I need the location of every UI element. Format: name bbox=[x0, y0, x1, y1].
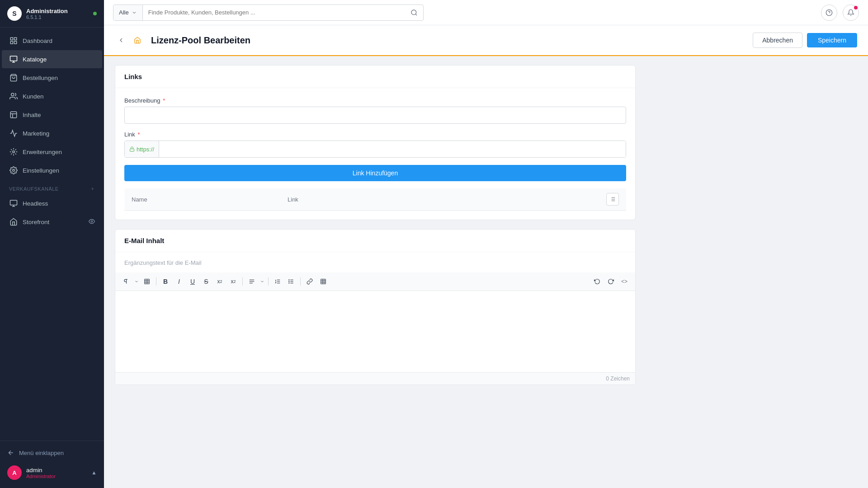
search-submit-button[interactable] bbox=[405, 9, 423, 16]
toolbar-undo-button[interactable] bbox=[591, 275, 604, 288]
toolbar-bold-button[interactable]: B bbox=[159, 275, 172, 288]
sidebar-item-label: Erweiterungen bbox=[23, 149, 62, 155]
sidebar-item-kunden[interactable]: Kunden bbox=[2, 87, 102, 105]
col-name-header: Name bbox=[124, 188, 280, 211]
toolbar-underline-button[interactable]: U bbox=[186, 275, 199, 288]
toolbar-subscript-button[interactable]: x2 bbox=[227, 275, 240, 288]
svg-rect-10 bbox=[10, 200, 17, 205]
description-group: Beschreibung * bbox=[124, 97, 626, 124]
lock-icon bbox=[129, 146, 135, 152]
toolbar-table-button[interactable] bbox=[317, 275, 330, 288]
sidebar-item-bestellungen[interactable]: Bestellungen bbox=[2, 69, 102, 87]
svg-rect-7 bbox=[10, 112, 17, 118]
page-title: Lizenz-Pool Bearbeiten bbox=[151, 35, 753, 46]
svg-rect-36 bbox=[321, 279, 326, 284]
sidebar-item-erweiterungen[interactable]: Erweiterungen bbox=[2, 143, 102, 161]
search-input[interactable] bbox=[143, 9, 405, 16]
svg-rect-16 bbox=[130, 149, 134, 152]
bestellungen-icon bbox=[9, 73, 18, 82]
breadcrumb-home-button[interactable] bbox=[131, 34, 144, 47]
search-category-dropdown[interactable]: Alle bbox=[113, 5, 143, 20]
toolbar-paragraph-dropdown-button[interactable] bbox=[133, 275, 140, 288]
toolbar-grid-button[interactable] bbox=[141, 275, 153, 288]
toolbar-unordered-list-button[interactable] bbox=[285, 275, 297, 288]
grid-icon bbox=[144, 278, 150, 285]
status-dot bbox=[93, 12, 97, 15]
help-button[interactable] bbox=[821, 5, 837, 21]
toolbar-sep-4 bbox=[300, 277, 301, 286]
email-card: E-Mail Inhalt Ergänzungstext für die E-M… bbox=[115, 229, 636, 385]
sidebar-item-label: Bestellungen bbox=[23, 75, 58, 81]
katalog-icon bbox=[9, 55, 18, 64]
eye-icon bbox=[89, 218, 95, 226]
toolbar-italic-button[interactable]: I bbox=[173, 275, 185, 288]
toolbar-align-button[interactable] bbox=[245, 275, 258, 288]
add-link-button[interactable]: Link Hinzufügen bbox=[124, 165, 626, 181]
inhalte-icon bbox=[9, 110, 18, 119]
sidebar-item-kataloge[interactable]: Kataloge bbox=[2, 50, 102, 68]
topbar: Alle bbox=[104, 0, 868, 25]
email-editor[interactable] bbox=[115, 291, 635, 372]
sidebar-item-label: Headless bbox=[23, 200, 48, 207]
sidebar-item-storefront[interactable]: Storefront bbox=[2, 213, 102, 231]
erweiterungen-icon bbox=[9, 147, 18, 156]
app-info: Administration 6.5.1.1 bbox=[26, 8, 89, 20]
toolbar-align-dropdown-button[interactable] bbox=[259, 275, 265, 288]
einstellungen-icon bbox=[9, 166, 18, 175]
links-card-title: Links bbox=[124, 73, 626, 80]
sidebar-item-dashboard[interactable]: Dashboard bbox=[2, 32, 102, 50]
sidebar-item-einstellungen[interactable]: Einstellungen bbox=[2, 161, 102, 179]
link-input[interactable] bbox=[159, 141, 626, 157]
link-prefix: https:// bbox=[125, 141, 159, 157]
sidebar-item-headless[interactable]: Headless bbox=[2, 194, 102, 212]
search-category-label: Alle bbox=[119, 9, 129, 16]
redo-icon bbox=[608, 278, 614, 285]
sidebar-item-label: Marketing bbox=[23, 130, 49, 137]
sidebar-item-label: Storefront bbox=[23, 219, 49, 225]
svg-line-13 bbox=[415, 14, 417, 15]
svg-rect-3 bbox=[14, 42, 17, 44]
toolbar-paragraph-button[interactable] bbox=[120, 275, 132, 288]
required-asterisk: * bbox=[163, 97, 165, 104]
cancel-button[interactable]: Abbrechen bbox=[753, 33, 802, 48]
undo-icon bbox=[594, 278, 600, 285]
required-asterisk-link: * bbox=[137, 131, 140, 138]
sidebar-item-marketing[interactable]: Marketing bbox=[2, 124, 102, 142]
back-icon bbox=[118, 37, 125, 44]
table-header: Name Link bbox=[124, 188, 626, 211]
headless-icon bbox=[9, 199, 18, 208]
paragraph-icon bbox=[123, 278, 129, 285]
toolbar-redo-button[interactable] bbox=[604, 275, 617, 288]
collapse-icon bbox=[7, 449, 14, 456]
notifications-button[interactable] bbox=[843, 5, 859, 21]
help-icon bbox=[826, 9, 833, 16]
user-name: admin bbox=[26, 467, 87, 474]
collapse-menu-button[interactable]: Menü einklappen bbox=[0, 445, 104, 461]
sidebar-item-label: Kataloge bbox=[23, 56, 47, 63]
sidebar-item-inhalte[interactable]: Inhalte bbox=[2, 106, 102, 124]
svg-rect-0 bbox=[10, 38, 13, 40]
svg-rect-1 bbox=[14, 38, 17, 40]
sales-section-title: Verkaufskanäle ＋ bbox=[0, 180, 104, 194]
add-sales-channel-button[interactable]: ＋ bbox=[90, 185, 95, 192]
search-input-wrap bbox=[143, 9, 405, 16]
toolbar-superscript-button[interactable]: x2 bbox=[213, 275, 226, 288]
links-table: Name Link bbox=[124, 188, 626, 211]
toolbar-link-button[interactable] bbox=[303, 275, 316, 288]
toolbar-strikethrough-button[interactable]: S bbox=[200, 275, 212, 288]
description-input[interactable] bbox=[124, 107, 626, 124]
rich-text-toolbar: B I U S x2 bbox=[115, 272, 635, 291]
toolbar-ordered-list-button[interactable] bbox=[271, 275, 284, 288]
unordered-list-icon bbox=[288, 278, 294, 285]
back-button[interactable] bbox=[115, 34, 127, 47]
user-role: Administrator bbox=[26, 474, 87, 479]
user-profile-button[interactable]: A admin Administrator ▲ bbox=[0, 461, 104, 484]
char-count: 0 Zeichen bbox=[115, 372, 635, 385]
kunden-icon bbox=[9, 92, 18, 101]
links-card-body: Beschreibung * Link * bbox=[115, 88, 635, 220]
save-button[interactable]: Speichern bbox=[807, 33, 857, 47]
toolbar-code-button[interactable]: <> bbox=[618, 275, 631, 288]
bell-icon bbox=[847, 9, 854, 16]
svg-rect-2 bbox=[10, 42, 13, 44]
table-sort-button[interactable] bbox=[606, 193, 619, 206]
